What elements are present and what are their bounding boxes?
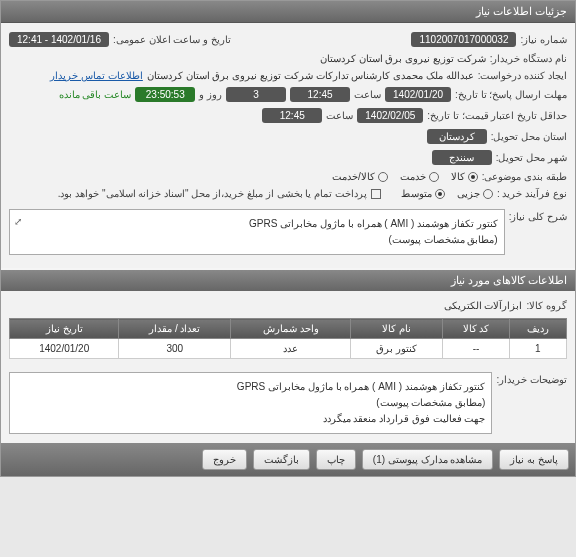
window-title: جزئیات اطلاعات نیاز xyxy=(1,1,575,23)
main-content: شماره نیاز: 1102007017000032 تاریخ و ساع… xyxy=(1,23,575,268)
back-button[interactable]: بازگشت xyxy=(253,449,310,470)
cell-date: 1402/01/20 xyxy=(10,339,119,359)
time2-label: ساعت xyxy=(326,110,353,121)
announce-value: 1402/01/16 - 12:41 xyxy=(9,32,109,47)
category-label: طبقه بندی موضوعی: xyxy=(482,171,567,182)
pay-note: پرداخت تمام یا بخشی از مبلغ خرید،از محل … xyxy=(58,188,367,199)
creator-label: ایجاد کننده درخواست: xyxy=(478,70,567,81)
th-code: کد کالا xyxy=(443,319,509,339)
th-date: تاریخ نیاز xyxy=(10,319,119,339)
cat-goods-label: کالا xyxy=(451,171,465,182)
cell-unit: عدد xyxy=(231,339,351,359)
category-group: کالا خدمت کالا/خدمت xyxy=(332,171,478,182)
title-box: ⤢ کنتور تکفاز هوشمند ( AMI ) همراه با ما… xyxy=(9,209,505,255)
need-no-label: شماره نیاز: xyxy=(520,34,567,45)
deadline-date: 1402/01/20 xyxy=(385,87,451,102)
creator-value: عبدالله ملک محمدی کارشناس تدارکات شرکت ت… xyxy=(147,70,474,81)
remaining-label: ساعت باقی مانده xyxy=(59,89,132,100)
cat-both-label: کالا/خدمت xyxy=(332,171,375,182)
table-header-row: ردیف کد کالا نام کالا واحد شمارش تعداد /… xyxy=(10,319,567,339)
city-label: شهر محل تحویل: xyxy=(496,152,567,163)
proc-minor-label: جزیی xyxy=(457,188,480,199)
buyer-value: شرکت توزیع نیروی برق استان کردستان xyxy=(320,53,486,64)
th-name: نام کالا xyxy=(351,319,443,339)
pay-checkbox[interactable] xyxy=(371,189,381,199)
days-label: روز و xyxy=(199,89,222,100)
deadline2-label: حداقل تاریخ اعتبار قیمت؛ تا تاریخ: xyxy=(427,110,567,121)
need-no-value: 1102007017000032 xyxy=(411,32,516,47)
desc-text: کنتور تکفاز هوشمند ( AMI ) همراه با ماژو… xyxy=(237,381,486,424)
items-content: گروه کالا: ابزارآلات الکتریکی ردیف کد کا… xyxy=(1,291,575,443)
radio-icon xyxy=(429,172,439,182)
deadline2-time: 12:45 xyxy=(262,108,322,123)
cell-idx: 1 xyxy=(509,339,566,359)
contact-link[interactable]: اطلاعات تماس خریدار xyxy=(50,70,143,81)
proc-medium-label: متوسط xyxy=(401,188,432,199)
group-value: ابزارآلات الکتریکی xyxy=(444,300,523,311)
deadline-label: مهلت ارسال پاسخ؛ تا تاریخ: xyxy=(455,89,567,100)
remaining-value: 23:50:53 xyxy=(135,87,195,102)
expand-icon[interactable]: ⤢ xyxy=(14,214,22,230)
radio-icon xyxy=(468,172,478,182)
radio-icon xyxy=(378,172,388,182)
button-bar: پاسخ به نیاز مشاهده مدارک پیوستی (1) چاپ… xyxy=(1,443,575,476)
city-value: سنندج xyxy=(432,150,492,165)
title-text: کنتور تکفاز هوشمند ( AMI ) همراه با ماژو… xyxy=(249,218,498,245)
radio-icon xyxy=(483,189,493,199)
cat-both-option[interactable]: کالا/خدمت xyxy=(332,171,388,182)
process-label: نوع فرآیند خرید : xyxy=(497,188,567,199)
desc-box: کنتور تکفاز هوشمند ( AMI ) همراه با ماژو… xyxy=(9,372,492,434)
deadline-time: 12:45 xyxy=(290,87,350,102)
days-value: 3 xyxy=(226,87,286,102)
cat-goods-option[interactable]: کالا xyxy=(451,171,478,182)
proc-minor-option[interactable]: جزیی xyxy=(457,188,493,199)
cat-service-label: خدمت xyxy=(400,171,426,182)
cell-qty: 300 xyxy=(119,339,231,359)
respond-button[interactable]: پاسخ به نیاز xyxy=(499,449,569,470)
cat-service-option[interactable]: خدمت xyxy=(400,171,439,182)
window: جزئیات اطلاعات نیاز شماره نیاز: 11020070… xyxy=(0,0,576,477)
cell-code: -- xyxy=(443,339,509,359)
print-button[interactable]: چاپ xyxy=(316,449,356,470)
radio-icon xyxy=(435,189,445,199)
desc-label: توضیحات خریدار: xyxy=(496,368,567,385)
cell-name: کنتور برق xyxy=(351,339,443,359)
buyer-label: نام دستگاه خریدار: xyxy=(490,53,567,64)
th-qty: تعداد / مقدار xyxy=(119,319,231,339)
exit-button[interactable]: خروج xyxy=(202,449,247,470)
process-group: جزیی متوسط xyxy=(401,188,493,199)
items-table: ردیف کد کالا نام کالا واحد شمارش تعداد /… xyxy=(9,318,567,359)
title-label: شرح کلی نیاز: xyxy=(509,205,567,222)
time-label: ساعت xyxy=(354,89,381,100)
province-value: کردستان xyxy=(427,129,487,144)
attachments-button[interactable]: مشاهده مدارک پیوستی (1) xyxy=(362,449,494,470)
table-row[interactable]: 1 -- کنتور برق عدد 300 1402/01/20 xyxy=(10,339,567,359)
province-label: استان محل تحویل: xyxy=(491,131,567,142)
proc-medium-option[interactable]: متوسط xyxy=(401,188,445,199)
th-unit: واحد شمارش xyxy=(231,319,351,339)
section-items-title: اطلاعات کالاهای مورد نیاز xyxy=(1,270,575,291)
group-label: گروه کالا: xyxy=(526,300,567,311)
deadline2-date: 1402/02/05 xyxy=(357,108,423,123)
th-idx: ردیف xyxy=(509,319,566,339)
announce-label: تاریخ و ساعت اعلان عمومی: xyxy=(113,34,231,45)
